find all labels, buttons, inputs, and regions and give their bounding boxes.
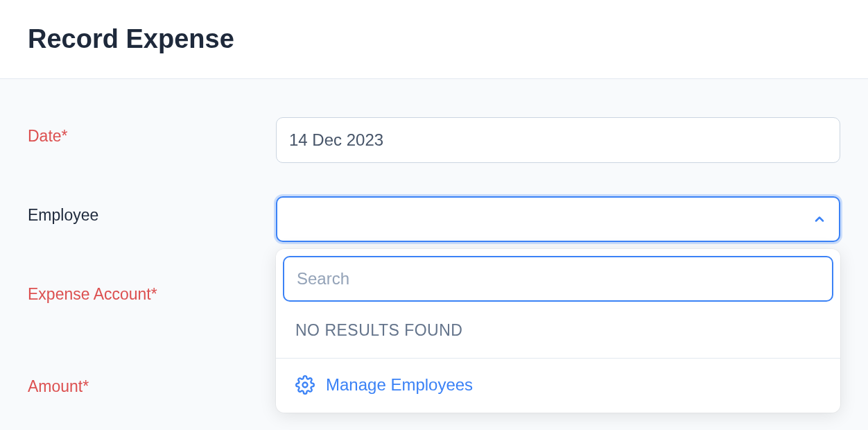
manage-employees-label: Manage Employees xyxy=(326,375,473,395)
employee-dropdown: NO RESULTS FOUND Manage Employees xyxy=(276,249,840,413)
date-label: Date* xyxy=(28,117,276,146)
employee-select[interactable] xyxy=(276,196,840,242)
chevron-up-icon xyxy=(813,212,826,226)
employee-row: Employee NO RESULTS FOUND xyxy=(28,196,840,242)
date-value: 14 Dec 2023 xyxy=(289,130,383,150)
manage-employees-link[interactable]: Manage Employees xyxy=(283,359,833,413)
employee-label: Employee xyxy=(28,196,276,225)
employee-search-input[interactable] xyxy=(283,256,833,302)
page-title: Record Expense xyxy=(28,24,840,54)
gear-icon xyxy=(295,375,315,395)
date-row: Date* 14 Dec 2023 xyxy=(28,117,840,163)
no-results-text: NO RESULTS FOUND xyxy=(283,302,833,358)
expense-account-label: Expense Account* xyxy=(28,275,276,304)
amount-label: Amount* xyxy=(28,368,276,396)
date-input[interactable]: 14 Dec 2023 xyxy=(276,117,840,163)
svg-point-0 xyxy=(303,383,308,388)
